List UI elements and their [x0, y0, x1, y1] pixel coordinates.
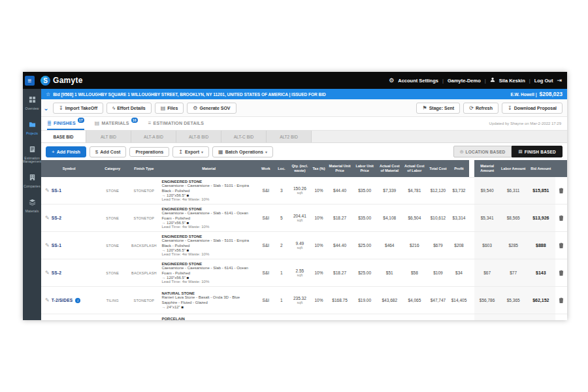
cell-location-count: 3 [274, 177, 289, 204]
trash-icon[interactable] [559, 272, 564, 276]
trash-icon[interactable] [559, 244, 564, 249]
cell-material-amount: $9,540 [474, 177, 500, 204]
cell-material-unit-price: $168.75 [327, 287, 352, 314]
column-header-work: Work [258, 160, 274, 177]
download-icon: ↧ [59, 105, 63, 111]
quantity-unit: sqft [290, 218, 310, 222]
generate-sov-button[interactable]: ⚙ Generate SOV [187, 103, 236, 114]
location-based-toggle[interactable]: ◎ LOCATION BASED [453, 146, 512, 157]
arrow-icon: → [161, 193, 165, 197]
sidebar-item-projects[interactable]: Projects [23, 119, 41, 136]
bid-subtab-alt-bid[interactable]: ALT BID [86, 131, 131, 142]
cell-quantity: 235.32sqft [289, 287, 310, 314]
toolbar: ⌄ ↧ Import TakeOff ϟ Effort Details ▤ Fi… [41, 99, 567, 117]
delete-row-button[interactable] [555, 204, 567, 232]
bid-subtab-alt-b-bid[interactable]: ALT-B BID [176, 131, 221, 142]
delete-row-button[interactable] [555, 232, 567, 259]
sidebar-item-companies[interactable]: Companies [23, 172, 41, 189]
user-name[interactable]: Sila Keskin [499, 78, 525, 84]
refresh-button[interactable]: ⟳ Refresh [463, 103, 498, 114]
cell-category: STONE [97, 259, 128, 287]
delete-row-button[interactable] [555, 259, 567, 287]
column-header-symbol: Symbol [41, 160, 97, 177]
projects-icon [29, 119, 36, 131]
bid-subtab-alt-a-bid[interactable]: ALT-A BID [131, 131, 176, 142]
hamburger-menu-icon[interactable]: ≡ [25, 76, 35, 86]
files-button[interactable]: ▤ Files [155, 103, 184, 114]
cell-tax: 10% [310, 204, 327, 232]
cell-profit: $34 [449, 259, 468, 287]
cell-labor-unit-price: $19.00 [352, 287, 377, 314]
main-tabs: ≣ FINISHES 17 ▤ MATERIALS 16 ≡ ESTIMATIO… [41, 117, 567, 131]
refresh-icon: ⟳ [469, 105, 474, 111]
import-takeoff-button[interactable]: ↧ Import TakeOff [53, 103, 103, 114]
column-header-qty-incl-waste: Qty. (incl. waste) [289, 160, 310, 177]
edit-pencil-icon[interactable]: ✎ [45, 188, 50, 193]
trash-icon[interactable] [559, 217, 564, 221]
cell-quantity: 2.55sqft [289, 259, 310, 287]
cell-location-count: 1 [274, 259, 289, 287]
trash-icon[interactable] [559, 299, 564, 304]
chevron-down-icon: ▾ [201, 150, 203, 154]
trash-icon[interactable] [559, 189, 564, 194]
cell-quantity: 150.26sqft [289, 177, 310, 204]
tab-finishes[interactable]: ≣ FINISHES 17 [47, 117, 84, 130]
bid-subtab-alt2-bid[interactable]: ALT2 BID [267, 131, 312, 142]
list-icon: ≡ [148, 120, 152, 126]
finishes-count-badge: 17 [78, 118, 84, 123]
bid-total-amount: $208,023 [540, 91, 563, 97]
cell-actual-cost-material: $43,682 [377, 287, 402, 314]
column-gap [469, 259, 474, 287]
person-icon [490, 77, 495, 84]
info-icon[interactable]: i [75, 298, 80, 303]
cell-bid-amount: $13,926 [527, 204, 555, 232]
swatch-icon: ■ [187, 193, 189, 197]
edit-pencil-icon[interactable]: ✎ [45, 270, 50, 276]
logout-button[interactable]: Log Out [534, 78, 553, 84]
column-header-material: Material [159, 160, 257, 177]
cell-actual-cost-material: $51 [377, 259, 402, 287]
edit-pencil-icon[interactable]: ✎ [45, 242, 50, 248]
cell-work: S&I [258, 177, 274, 204]
cell-symbol: ✎SS-2 [41, 204, 97, 232]
column-gap [469, 204, 474, 232]
sidebar-item-materials[interactable]: Materials [23, 197, 41, 214]
material-meta: Lead Time: 4w Waste: 10% [161, 252, 255, 256]
org-selector[interactable]: Gamyte-Demo [448, 78, 481, 84]
finish-based-toggle[interactable]: ▤ FINISH BASED [512, 146, 563, 157]
finishes-table: SymbolCategoryFinish TypeMaterialWorkLoc… [41, 160, 567, 320]
star-icon[interactable]: ☆ [46, 91, 50, 97]
delete-row-button[interactable] [555, 287, 567, 314]
finishes-table-container: SymbolCategoryFinish TypeMaterialWorkLoc… [41, 160, 567, 320]
stage-button[interactable]: ⚑ Stage: Sent [416, 103, 460, 114]
cell-bid-amount: $15,851 [527, 177, 555, 204]
material-meta: Lead Time: 4w Waste: 10% [161, 197, 255, 201]
export-button[interactable]: ↥ Export ▾ [172, 146, 209, 157]
delete-row-button[interactable] [555, 177, 567, 204]
bid-subtab-alt-c-bid[interactable]: ALT-C BID [221, 131, 267, 142]
add-cost-button[interactable]: $ Add Cost [90, 146, 127, 157]
add-finish-button[interactable]: + Add Finish [46, 146, 86, 157]
edit-pencil-icon[interactable]: ✎ [45, 297, 50, 303]
view-toggle: ◎ LOCATION BASED ▤ FINISH BASED [453, 146, 563, 157]
delete-row-button[interactable] [555, 314, 567, 321]
cell-category: TILING [97, 314, 128, 321]
material-description: Caesarstone - Caesarstone - Slab - 6141 … [161, 211, 255, 220]
bid-subtab-base-bid[interactable]: BASE BID [41, 131, 86, 142]
account-settings-link[interactable]: Account Settings [398, 78, 438, 84]
logout-icon[interactable]: ⇥ [557, 77, 562, 84]
sidebar-item-estimation-management[interactable]: Estimation Management [23, 144, 41, 165]
bid-header-bar: ☆ Bid [9568] 1 WILLOUGHBY SQUARE 1 WILLO… [41, 89, 567, 99]
effort-details-button[interactable]: ϟ Effort Details [106, 103, 152, 114]
edit-pencil-icon[interactable]: ✎ [45, 215, 50, 221]
batch-operations-button[interactable]: ▦ Batch Operations ▾ [212, 146, 273, 157]
column-header-loc: Loc. [274, 160, 289, 177]
collapse-chevron-icon[interactable]: ⌄ [42, 105, 50, 112]
cell-material-unit-price: $18.27 [327, 204, 352, 232]
download-proposal-button[interactable]: ↧ Download Proposal [502, 103, 563, 114]
tab-materials[interactable]: ▤ MATERIALS 16 [95, 117, 138, 130]
sidebar-item-overview[interactable]: Overview [23, 94, 41, 111]
table-row: ✎SS-2STONEBACKSPLASHENGINEERED STONECaes… [41, 259, 567, 287]
preparations-button[interactable]: Preparations [129, 147, 169, 157]
tab-estimation-details[interactable]: ≡ ESTIMATION DETAILS [148, 117, 204, 130]
